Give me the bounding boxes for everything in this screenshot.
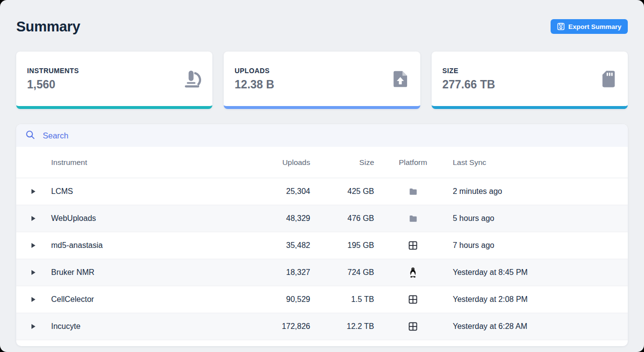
- page-title: Summary: [16, 19, 80, 35]
- table-row[interactable]: CellCelector90,5291.5 TBYesterday at 2:0…: [16, 286, 628, 313]
- expand-row-caret-icon[interactable]: [31, 243, 36, 248]
- instrument-name-cell: Incucyte: [51, 322, 199, 331]
- expand-row-caret-icon[interactable]: [31, 189, 36, 194]
- column-header-platform: Platform: [374, 158, 452, 167]
- export-summary-button[interactable]: Export Summary: [551, 19, 628, 34]
- table-row[interactable]: WebUploads48,329476 GB5 hours ago: [16, 205, 628, 232]
- instrument-name-cell: LCMS: [51, 187, 199, 196]
- uploads-cell: 90,529: [199, 295, 310, 304]
- stat-card-instruments: INSTRUMENTS 1,560: [16, 52, 212, 109]
- last-sync-cell: Yesterday at 8:45 PM: [452, 268, 628, 277]
- size-cell: 12.2 TB: [310, 322, 374, 331]
- table-header-row: Instrument Uploads Size Platform Last Sy…: [16, 147, 628, 178]
- expand-row-caret-icon[interactable]: [31, 216, 36, 221]
- table-row[interactable]: md5-anastasia35,482195 GB7 hours ago: [16, 232, 628, 259]
- uploads-cell: 48,329: [199, 214, 310, 223]
- last-sync-cell: 7 hours ago: [452, 241, 628, 250]
- last-sync-cell: Yesterday at 2:08 PM: [452, 295, 628, 304]
- uploads-cell: 172,826: [199, 322, 310, 331]
- size-cell: 724 GB: [310, 268, 374, 277]
- page-header: Summary Export Summary: [16, 0, 628, 37]
- uploads-cell: 18,327: [199, 268, 310, 277]
- search-bar: [16, 124, 628, 147]
- size-cell: 476 GB: [310, 214, 374, 223]
- stat-card-value: 12.38 B: [234, 78, 274, 91]
- search-icon: [25, 130, 35, 142]
- last-sync-cell: Yesterday at 6:28 AM: [452, 322, 628, 331]
- column-header-last-sync: Last Sync: [452, 158, 628, 167]
- instruments-table-card: Instrument Uploads Size Platform Last Sy…: [16, 124, 628, 346]
- stat-cards: INSTRUMENTS 1,560 UPLOADS 12.38 B: [16, 52, 628, 109]
- linux-icon: [374, 267, 452, 278]
- table-row[interactable]: Bruker NMR18,327724 GB Yesterday at 8:45…: [16, 259, 628, 286]
- table-row[interactable]: Incucyte172,82612.2 TBYesterday at 6:28 …: [16, 313, 628, 340]
- size-cell: 195 GB: [310, 241, 374, 250]
- column-header-uploads: Uploads: [199, 158, 310, 167]
- stat-card-label: INSTRUMENTS: [27, 67, 79, 75]
- expand-row-caret-icon[interactable]: [31, 270, 36, 275]
- stat-card-value: 1,560: [27, 78, 79, 91]
- instrument-name-cell: CellCelector: [51, 295, 199, 304]
- instrument-name-cell: md5-anastasia: [51, 241, 199, 250]
- stat-card-size: SIZE 277.66 TB: [432, 52, 628, 109]
- sd-card-icon: [600, 69, 617, 89]
- microscope-icon: [182, 69, 202, 89]
- folder-icon: [374, 214, 452, 223]
- export-button-label: Export Summary: [568, 23, 621, 30]
- stat-card-uploads: UPLOADS 12.38 B: [224, 52, 420, 109]
- summary-page: Summary Export Summary INSTRUMENTS 1,560: [0, 0, 644, 352]
- windows-icon: [374, 322, 452, 331]
- instrument-name-cell: Bruker NMR: [51, 268, 199, 277]
- search-input[interactable]: [42, 131, 619, 141]
- expand-row-caret-icon[interactable]: [31, 324, 36, 329]
- stat-card-label: SIZE: [442, 67, 495, 75]
- export-icon: [557, 23, 565, 30]
- stat-card-label: UPLOADS: [234, 67, 274, 75]
- instrument-name-cell: WebUploads: [51, 214, 199, 223]
- expand-row-caret-icon[interactable]: [31, 297, 36, 302]
- last-sync-cell: 2 minutes ago: [452, 187, 628, 196]
- uploads-cell: 35,482: [199, 241, 310, 250]
- size-cell: 1.5 TB: [310, 295, 374, 304]
- folder-icon: [374, 187, 452, 196]
- stat-card-value: 277.66 TB: [442, 78, 495, 91]
- table-row[interactable]: LCMS25,304425 GB2 minutes ago: [16, 178, 628, 205]
- file-upload-icon: [392, 69, 410, 89]
- uploads-cell: 25,304: [199, 187, 310, 196]
- windows-icon: [374, 241, 452, 250]
- column-header-size: Size: [310, 158, 374, 167]
- size-cell: 425 GB: [310, 187, 374, 196]
- column-header-instrument: Instrument: [51, 158, 199, 167]
- table-body: LCMS25,304425 GB2 minutes agoWebUploads4…: [16, 178, 628, 340]
- last-sync-cell: 5 hours ago: [452, 214, 628, 223]
- windows-icon: [374, 295, 452, 304]
